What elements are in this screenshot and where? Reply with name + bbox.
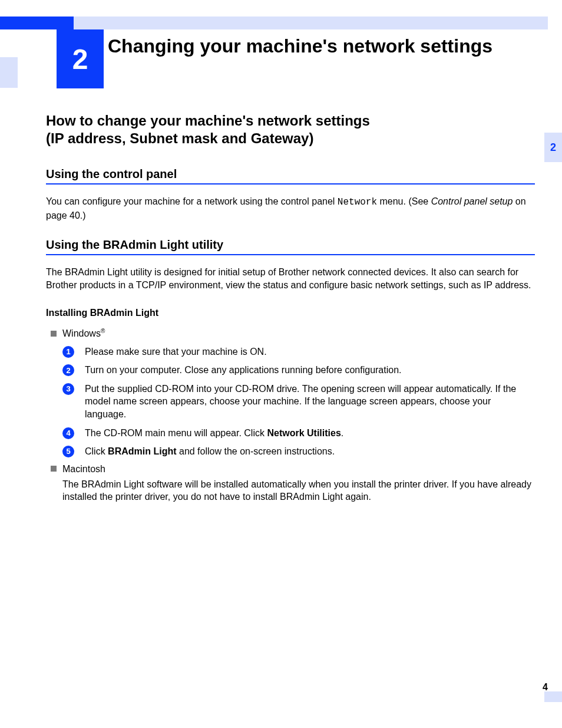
step-number-icon: 3 [62,383,74,395]
page-number: 4 [543,682,548,693]
menu-name-mono: Network [338,197,377,207]
step-number-icon: 4 [62,427,74,439]
step-number-icon: 1 [62,346,74,358]
step-text: Turn on your computer. Close any applica… [85,365,402,375]
page: 2 Changing your machine's network settin… [0,0,562,728]
os-windows-label: Windows [62,329,101,339]
step-text-pre: The CD-ROM main menu will appear. Click [85,428,267,438]
subsection-heading-control-panel: Using the control panel [46,167,535,185]
step-text: Put the supplied CD-ROM into your CD-ROM… [85,384,516,419]
xref-italic: Control panel setup [431,196,513,206]
bradmin-paragraph: The BRAdmin Light utility is designed fo… [46,266,535,291]
control-panel-paragraph: You can configure your machine for a net… [46,195,535,222]
chapter-number-box: 2 [57,29,104,88]
section-heading-line-1: How to change your machine's network set… [46,113,370,129]
square-bullet-icon [51,331,57,337]
subsection-heading-bradmin: Using the BRAdmin Light utility [46,238,535,255]
step-4: 4 The CD-ROM main menu will appear. Clic… [62,427,535,440]
step-text-pre: Click [85,446,108,456]
side-tab: 2 [544,133,562,162]
chapter-title: Changing your machine's network settings [108,34,532,58]
step-text-bold: BRAdmin Light [108,446,176,456]
registered-mark: ® [101,328,105,334]
content: How to change your machine's network set… [46,112,535,503]
step-text: Please make sure that your machine is ON… [85,347,267,357]
mac-paragraph: The BRAdmin Light software will be insta… [62,478,535,503]
install-heading: Installing BRAdmin Light [46,308,535,318]
step-2: 2 Turn on your computer. Close any appli… [62,364,535,377]
step-3: 3 Put the supplied CD-ROM into your CD-R… [62,383,535,421]
step-text-bold: Network Utilities [267,428,340,438]
step-text-post: . [341,428,343,438]
header-band [74,17,548,29]
section-heading: How to change your machine's network set… [46,112,535,147]
text: menu. (See [377,196,431,206]
side-tab-label: 2 [550,141,556,154]
header-accent-left [0,17,74,29]
chapter-title-wrap: Changing your machine's network settings [108,34,532,58]
os-mac-label: Macintosh [62,464,105,474]
step-number-icon: 2 [62,364,74,376]
chapter-number: 2 [72,43,88,75]
os-windows-line: Windows® [51,328,535,339]
os-mac-line: Macintosh [51,464,535,475]
text: You can configure your machine for a net… [46,196,338,206]
page-number-accent [544,691,562,702]
step-5: 5 Click BRAdmin Light and follow the on-… [62,445,535,458]
step-1: 1 Please make sure that your machine is … [62,345,535,358]
step-number-icon: 5 [62,446,74,457]
left-margin-accent [0,57,18,88]
section-heading-line-2: (IP address, Subnet mask and Gateway) [46,130,313,146]
step-text-post: and follow the on-screen instructions. [177,446,335,456]
square-bullet-icon [51,466,57,472]
